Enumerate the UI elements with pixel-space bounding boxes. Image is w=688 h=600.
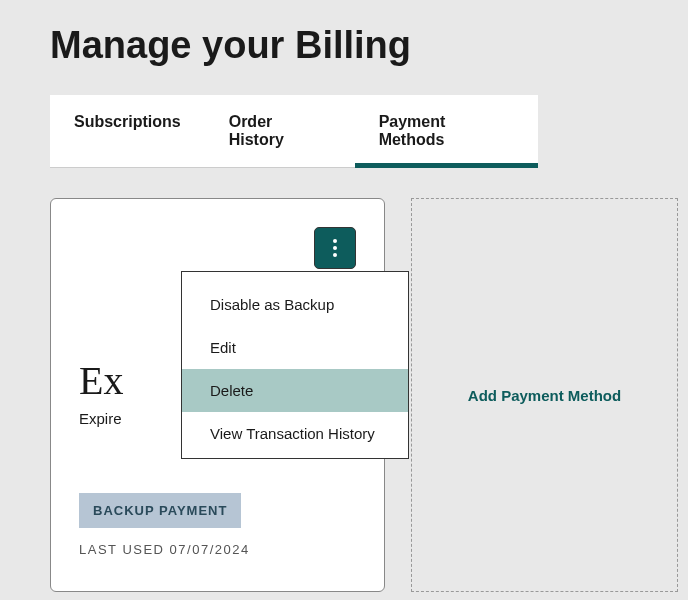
- tab-order-history[interactable]: Order History: [205, 95, 355, 167]
- dropdown-item-disable-backup[interactable]: Disable as Backup: [182, 272, 408, 326]
- payment-card: Disable as Backup Edit Delete View Trans…: [50, 198, 385, 592]
- dropdown-item-edit[interactable]: Edit: [182, 326, 408, 369]
- last-used-text: LAST USED 07/07/2024: [79, 542, 356, 557]
- backup-payment-badge: BACKUP PAYMENT: [79, 493, 241, 528]
- tab-subscriptions[interactable]: Subscriptions: [50, 95, 205, 167]
- more-options-button[interactable]: [314, 227, 356, 269]
- more-icon: [333, 239, 337, 257]
- tabs: Subscriptions Order History Payment Meth…: [50, 95, 538, 168]
- options-dropdown: Disable as Backup Edit Delete View Trans…: [181, 271, 409, 459]
- add-payment-method-label: Add Payment Method: [468, 387, 621, 404]
- dropdown-item-delete[interactable]: Delete: [182, 369, 408, 412]
- content-area: Disable as Backup Edit Delete View Trans…: [0, 168, 688, 592]
- dropdown-item-transaction-history[interactable]: View Transaction History: [182, 412, 408, 458]
- page-title: Manage your Billing: [0, 0, 688, 95]
- add-payment-method-button[interactable]: Add Payment Method: [411, 198, 678, 592]
- tab-payment-methods[interactable]: Payment Methods: [355, 95, 538, 167]
